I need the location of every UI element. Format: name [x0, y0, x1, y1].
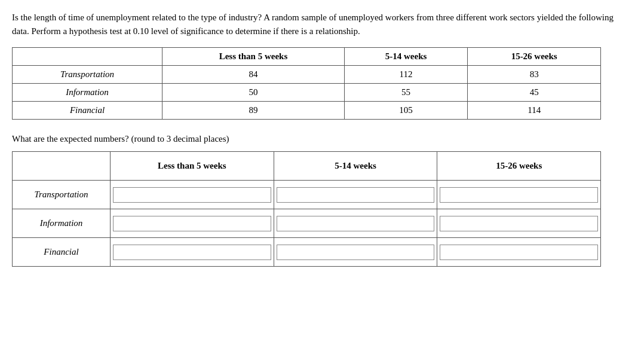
input-financial-15to26[interactable]: [440, 245, 598, 260]
cell-financial-15to26-expected[interactable]: [437, 238, 601, 267]
cell-information-less5-expected[interactable]: [110, 209, 274, 238]
table-row: Transportation: [13, 181, 601, 209]
input-transportation-15to26[interactable]: [440, 187, 598, 203]
input-information-less5[interactable]: [113, 216, 271, 231]
col-header-15to26-2: 15-26 weeks: [437, 152, 601, 181]
table-row: Information 50 55 45: [13, 84, 601, 102]
input-information-15to26[interactable]: [440, 216, 598, 231]
input-financial-5to14[interactable]: [277, 245, 435, 260]
row-label-transportation-expected: Transportation: [13, 181, 111, 209]
col-header-empty: [13, 48, 162, 66]
row-label-financial-expected: Financial: [13, 238, 111, 267]
cell-transportation-less5: 84: [162, 66, 345, 84]
cell-financial-5to14-expected[interactable]: [274, 238, 437, 267]
expected-numbers-label: What are the expected numbers? (round to…: [12, 134, 632, 144]
cell-information-15to26-expected[interactable]: [437, 209, 601, 238]
observed-data-table: Less than 5 weeks 5-14 weeks 15-26 weeks…: [12, 47, 601, 120]
col-header-empty-2: [13, 152, 111, 181]
col-header-less5-2: Less than 5 weeks: [110, 152, 274, 181]
table-row: Information: [13, 209, 601, 238]
col-header-5to14: 5-14 weeks: [344, 48, 467, 66]
col-header-15to26: 15-26 weeks: [468, 48, 601, 66]
cell-financial-less5-expected[interactable]: [110, 238, 274, 267]
intro-paragraph: Is the length of time of unemployment re…: [12, 11, 632, 38]
cell-transportation-5to14-expected[interactable]: [274, 181, 437, 209]
input-transportation-less5[interactable]: [113, 187, 271, 203]
row-label-transportation: Transportation: [13, 66, 162, 84]
col-header-5to14-2: 5-14 weeks: [274, 152, 437, 181]
input-financial-less5[interactable]: [113, 245, 271, 260]
cell-transportation-less5-expected[interactable]: [110, 181, 274, 209]
cell-financial-5to14: 105: [344, 102, 467, 120]
cell-transportation-5to14: 112: [344, 66, 467, 84]
expected-data-table: Less than 5 weeks 5-14 weeks 15-26 weeks…: [12, 151, 601, 267]
cell-transportation-15to26-expected[interactable]: [437, 181, 601, 209]
cell-information-5to14-expected[interactable]: [274, 209, 437, 238]
cell-information-5to14: 55: [344, 84, 467, 102]
cell-transportation-15to26: 83: [468, 66, 601, 84]
table-row: Financial 89 105 114: [13, 102, 601, 120]
cell-information-15to26: 45: [468, 84, 601, 102]
col-header-less5: Less than 5 weeks: [162, 48, 345, 66]
cell-financial-less5: 89: [162, 102, 345, 120]
row-label-information-expected: Information: [13, 209, 111, 238]
row-label-financial: Financial: [13, 102, 162, 120]
table-row: Transportation 84 112 83: [13, 66, 601, 84]
cell-financial-15to26: 114: [468, 102, 601, 120]
table-row: Financial: [13, 238, 601, 267]
cell-information-less5: 50: [162, 84, 345, 102]
input-information-5to14[interactable]: [277, 216, 435, 231]
input-transportation-5to14[interactable]: [277, 187, 435, 203]
row-label-information: Information: [13, 84, 162, 102]
